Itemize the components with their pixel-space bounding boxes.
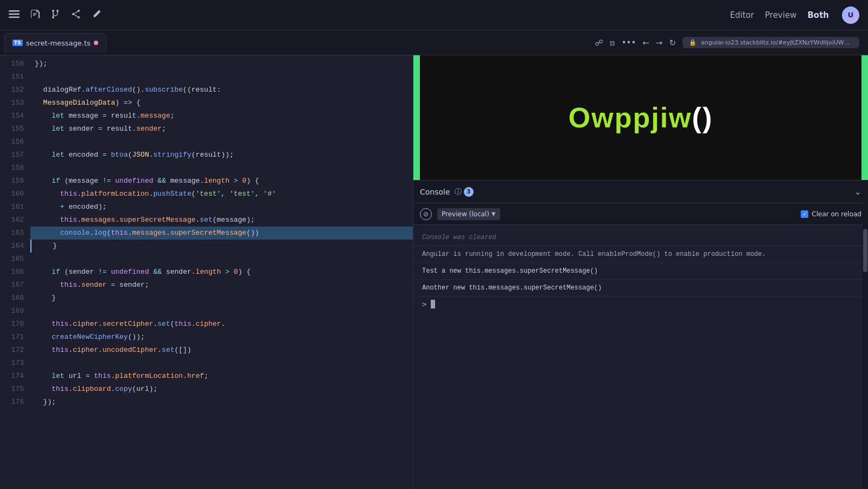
svg-rect-0 xyxy=(9,10,20,12)
preview-bg: Owppjiw() xyxy=(413,55,868,180)
svg-rect-2 xyxy=(9,16,20,18)
code-line-153: MessageDialogData) => { xyxy=(30,96,413,110)
clear-on-reload-checkbox[interactable]: ✓ xyxy=(801,210,808,218)
topbar: Editor Preview Both U xyxy=(0,0,868,30)
console-cursor xyxy=(431,300,435,308)
nav-forward-icon[interactable]: → xyxy=(656,38,663,48)
preview-area: Owppjiw() xyxy=(413,55,868,180)
code-line-171: createNewCipherKey()); xyxy=(30,331,413,344)
code-line-162: this.messages.superSecretMessage.set(mes… xyxy=(30,214,413,227)
code-area[interactable]: 150 151 152 153 154 155 156 157 158 159 … xyxy=(0,55,413,489)
svg-point-4 xyxy=(56,10,59,12)
save-icon[interactable] xyxy=(29,9,40,22)
code-content: }); dialogRef.afterClosed().subscribe((r… xyxy=(30,55,413,489)
console-count: 3 xyxy=(464,187,474,197)
share-icon[interactable] xyxy=(71,9,81,22)
angular-info-text: Angular is running in development mode. … xyxy=(422,250,766,258)
svg-point-8 xyxy=(72,13,74,15)
console-prompt: > xyxy=(422,300,426,308)
dropdown-arrow-icon: ▼ xyxy=(492,211,496,217)
code-line-155: let sender = result.sender; xyxy=(30,123,413,136)
clear-icon: ⊘ xyxy=(423,210,429,218)
main-layout: 150 151 152 153 154 155 156 157 158 159 … xyxy=(0,55,868,489)
another-log-text: Another new this.messages.superSecretMes… xyxy=(422,284,602,292)
code-line-173 xyxy=(30,357,413,370)
svg-line-11 xyxy=(74,11,78,14)
refresh-icon[interactable]: ↻ xyxy=(669,38,676,48)
svg-point-9 xyxy=(78,16,80,18)
info-circle-icon: ⓘ xyxy=(455,187,462,197)
code-line-152: dialogRef.afterClosed().subscribe((resul… xyxy=(30,83,413,96)
code-line-161: + encoded); xyxy=(30,201,413,214)
console-title: Console xyxy=(420,188,450,196)
dropdown-label: Preview (local) xyxy=(442,210,489,218)
console-msg-test: Test a new this.messages.superSecretMess… xyxy=(413,263,868,280)
code-line-151 xyxy=(30,70,413,83)
console-messages[interactable]: Console was cleared Angular is running i… xyxy=(413,225,868,489)
file-name: secret-message.ts xyxy=(26,39,91,47)
code-line-158 xyxy=(30,162,413,175)
nav-editor[interactable]: Editor xyxy=(730,10,754,20)
console-msg-cleared: Console was cleared xyxy=(413,229,868,246)
nav-both[interactable]: Both xyxy=(807,10,829,20)
code-line-175: this.clipboard.copy(url); xyxy=(30,383,413,396)
test-log-text: Test a new this.messages.superSecretMess… xyxy=(422,267,598,275)
preview-local-dropdown[interactable]: Preview (local) ▼ xyxy=(437,208,500,220)
ts-badge: TS xyxy=(12,40,23,46)
console-toolbar: ⊘ Preview (local) ▼ ✓ Clear on reload xyxy=(413,203,868,225)
svg-point-5 xyxy=(52,16,54,18)
clear-on-reload-control: ✓ Clear on reload xyxy=(801,210,861,218)
pin-icon[interactable]: ☍ xyxy=(595,38,603,48)
topbar-nav: Editor Preview Both xyxy=(730,10,829,20)
url-text: angular-io23.stackblitz.io/#eyJtZXNzYWdl… xyxy=(701,39,853,46)
nav-preview[interactable]: Preview xyxy=(765,10,796,20)
console-badge: ⓘ 3 xyxy=(455,187,474,197)
console-msg-another: Another new this.messages.superSecretMes… xyxy=(413,280,868,297)
code-line-168: } xyxy=(30,292,413,305)
fork-icon[interactable] xyxy=(50,9,61,22)
code-line-167: this.sender = sender; xyxy=(30,279,413,292)
line-numbers: 150 151 152 153 154 155 156 157 158 159 … xyxy=(0,55,30,489)
preview-text: Owppjiw() xyxy=(569,101,713,134)
code-line-174: let url = this.platformLocation.href; xyxy=(30,370,413,383)
code-line-166: if (sender != undefined && sender.length… xyxy=(30,266,413,279)
console-input-line[interactable]: > xyxy=(413,297,868,312)
menu-icon[interactable] xyxy=(9,9,20,22)
right-panel: Owppjiw() Console ⓘ 3 ⌄ ⊘ xyxy=(413,55,868,489)
cleared-text: Console was cleared xyxy=(422,234,496,241)
preview-green-right xyxy=(861,55,868,180)
svg-rect-1 xyxy=(9,13,20,15)
lock-icon: 🔒 xyxy=(689,39,697,46)
code-line-154: let message = result.message; xyxy=(30,110,413,123)
svg-point-7 xyxy=(78,10,80,12)
split-icon[interactable]: ⧈ xyxy=(610,38,615,48)
code-line-159: if (message != undefined && message.leng… xyxy=(30,175,413,188)
console-header: Console ⓘ 3 ⌄ xyxy=(413,181,868,203)
svg-point-3 xyxy=(52,10,54,12)
nav-back-icon[interactable]: ← xyxy=(642,38,649,48)
code-line-165 xyxy=(30,253,413,266)
preview-content: Owppjiw() xyxy=(420,55,861,180)
file-tab[interactable]: TS secret-message.ts xyxy=(4,33,106,53)
console-expand-btn[interactable]: ⌄ xyxy=(854,186,861,197)
editor-panel: 150 151 152 153 154 155 156 157 158 159 … xyxy=(0,55,413,489)
clear-console-button[interactable]: ⊘ xyxy=(420,208,432,220)
preview-word: Owppjiw xyxy=(569,102,692,133)
avatar[interactable]: U xyxy=(842,7,859,24)
edit-icon[interactable] xyxy=(91,9,102,22)
more-icon[interactable]: ••• xyxy=(622,38,636,48)
clear-on-reload-label: Clear on reload xyxy=(812,210,861,218)
code-line-176: }); xyxy=(30,396,413,409)
code-line-160: this.platformLocation.pushState('test', … xyxy=(30,188,413,201)
console-msg-angular: Angular is running in development mode. … xyxy=(413,246,868,263)
console-panel: Console ⓘ 3 ⌄ ⊘ Preview (local) ▼ ✓ xyxy=(413,180,868,489)
code-line-163: console.log(this.messages.superSecretMes… xyxy=(30,227,413,240)
code-line-169 xyxy=(30,305,413,318)
code-line-164: } xyxy=(30,240,413,253)
tabbar-actions: ☍ ⧈ ••• ← → ↻ 🔒 angular-io23.stackblitz.… xyxy=(595,37,864,48)
tabbar: TS secret-message.ts ☍ ⧈ ••• ← → ↻ 🔒 ang… xyxy=(0,30,868,55)
url-bar[interactable]: 🔒 angular-io23.stackblitz.io/#eyJtZXNzYW… xyxy=(682,37,859,48)
code-line-150: }); xyxy=(30,57,413,70)
preview-parens: () xyxy=(692,102,713,133)
svg-line-10 xyxy=(74,15,78,17)
